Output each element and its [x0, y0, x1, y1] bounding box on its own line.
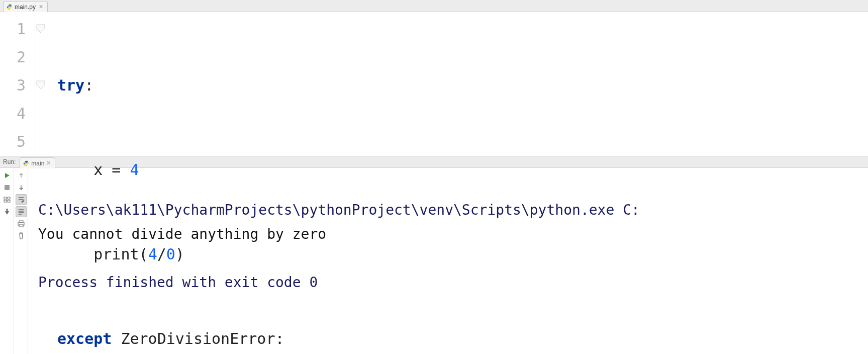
fold-marker-icon[interactable]: [35, 23, 46, 34]
line-number: 2: [0, 43, 26, 71]
svg-rect-6: [8, 200, 10, 202]
run-side-toolbar-right: [14, 168, 28, 354]
run-tab-label: main: [31, 160, 44, 167]
code-content[interactable]: try: x = 4 print(4/0) except ZeroDivisio…: [57, 12, 868, 156]
pin-button[interactable]: [2, 206, 13, 217]
layout-button[interactable]: [2, 194, 13, 205]
close-tab-icon[interactable]: ✕: [39, 4, 43, 10]
scroll-down-button[interactable]: [16, 182, 27, 193]
console-output[interactable]: C:\Users\ak111\PycharmProjects\pythonPro…: [28, 168, 868, 354]
scroll-to-end-button[interactable]: [16, 206, 27, 217]
svg-rect-9: [19, 224, 23, 227]
python-file-icon: [23, 160, 29, 166]
run-tool-window: C:\Users\ak111\PycharmProjects\pythonPro…: [0, 168, 868, 354]
print-button[interactable]: [16, 218, 27, 229]
line-number: 1: [0, 15, 26, 43]
svg-point-1: [10, 9, 11, 9]
code-editor[interactable]: 1 2 3 4 5 try: x = 4 print(4/0) except Z…: [0, 12, 868, 156]
rerun-button[interactable]: [2, 170, 13, 181]
editor-tab-bar: main.py ✕: [0, 0, 868, 12]
close-run-tab-icon[interactable]: ✕: [46, 160, 51, 166]
python-file-icon: [7, 4, 13, 10]
scroll-up-button[interactable]: [16, 170, 27, 181]
editor-tab-label: main.py: [15, 4, 36, 11]
line-number: 4: [0, 100, 26, 128]
run-tab-main[interactable]: main ✕: [20, 157, 55, 168]
svg-rect-5: [4, 200, 7, 202]
line-gutter: 1 2 3 4 5: [0, 12, 35, 156]
svg-rect-2: [5, 185, 10, 190]
line-number: 3: [0, 71, 26, 100]
console-command-line: C:\Users\ak111\PycharmProjects\pythonPro…: [38, 202, 640, 218]
console-stdout-line: You cannot divide anything by zero: [38, 226, 326, 242]
svg-rect-4: [8, 197, 10, 199]
fold-marker-icon[interactable]: [35, 79, 46, 91]
editor-tab-main[interactable]: main.py ✕: [3, 1, 48, 12]
soft-wrap-button[interactable]: [16, 194, 27, 205]
fold-column: [35, 12, 57, 156]
stop-button[interactable]: [2, 182, 13, 193]
console-exit-line: Process finished with exit code 0: [38, 274, 318, 291]
clear-all-button[interactable]: [16, 230, 27, 241]
keyword-try: try: [57, 76, 84, 94]
run-label: Run:: [0, 158, 20, 165]
svg-point-0: [9, 5, 9, 5]
line-number: 5: [0, 128, 26, 156]
svg-rect-3: [4, 197, 7, 199]
run-side-toolbar-left: [0, 168, 14, 354]
